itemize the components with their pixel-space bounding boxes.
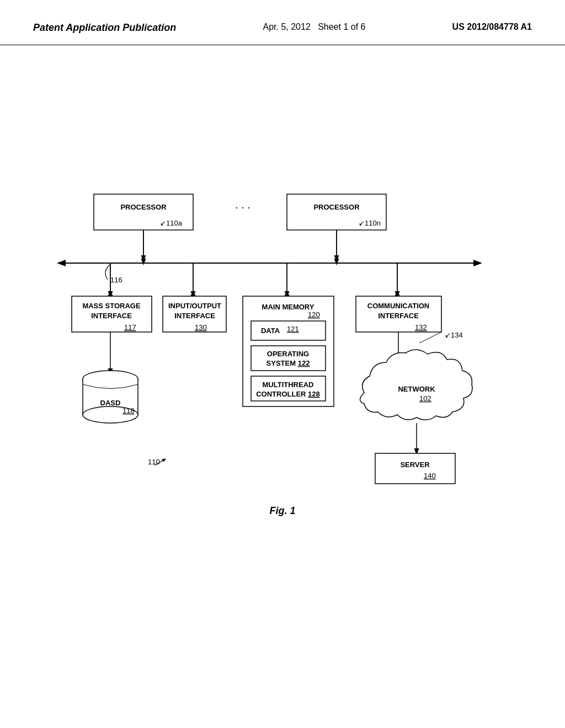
ref-110: 110	[148, 458, 160, 466]
comm-label1: COMMUNICATION	[367, 302, 429, 310]
header-sheet: Sheet 1 of 6	[318, 22, 365, 31]
header-right: US 2012/084778 A1	[452, 22, 532, 32]
comm-ref: 132	[415, 323, 427, 331]
ref-134-line	[419, 332, 441, 343]
processor-a-label: PROCESSOR	[120, 203, 167, 211]
dasd-label: DASD	[100, 399, 121, 407]
processor-a-ref: ↙110a	[160, 219, 183, 227]
header-center: Apr. 5, 2012 Sheet 1 of 6	[263, 22, 366, 32]
main-memory-label: MAIN MEMORY	[262, 303, 315, 311]
network-ref: 102	[419, 394, 431, 403]
mass-storage-label2: INTERFACE	[91, 312, 132, 320]
os-label2: SYSTEM 122	[266, 359, 310, 367]
io-ref: 130	[195, 323, 207, 331]
comm-label2: INTERFACE	[378, 312, 419, 320]
data-label: DATA	[261, 326, 280, 335]
data-ref: 121	[287, 325, 299, 333]
processor-n-ref: ↙110n	[359, 219, 381, 227]
network-label: NETWORK	[398, 385, 435, 393]
dasd-ref: 118	[122, 406, 135, 415]
multithread-label2: CONTROLLER 128	[256, 390, 320, 398]
fig-label: Fig. 1	[269, 505, 295, 516]
diagram-area: PROCESSOR ↙110a · · · PROCESSOR ↙110n 11…	[0, 45, 565, 696]
multithread-label1: MULTITHREAD	[263, 381, 314, 389]
server-label: SERVER	[400, 461, 430, 469]
header-date: Apr. 5, 2012	[263, 22, 311, 31]
ref-116-line	[105, 264, 110, 280]
dots: · · ·	[235, 201, 250, 213]
os-label1: OPERATING	[267, 350, 309, 358]
mass-storage-label1: MASS STORAGE	[82, 302, 141, 310]
processor-n-label: PROCESSOR	[313, 203, 360, 211]
ref-134: ↙134	[445, 331, 463, 339]
header-left: Patent Application Publication	[33, 22, 176, 34]
mass-storage-ref: 117	[124, 323, 136, 331]
io-label2: INTERFACE	[174, 312, 215, 320]
server-ref: 140	[424, 472, 436, 480]
ref-116: 116	[110, 276, 122, 284]
page-header: Patent Application Publication Apr. 5, 2…	[0, 0, 565, 45]
io-label1: INPUT/OUTPUT	[168, 302, 221, 310]
main-memory-ref: 120	[308, 311, 320, 319]
